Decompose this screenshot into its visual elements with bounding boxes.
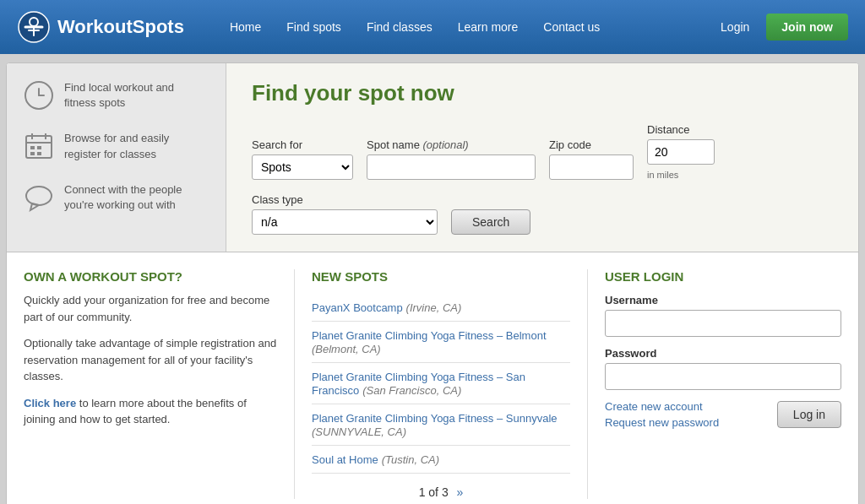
- main-nav: Home Find spots Find classes Learn more …: [218, 15, 710, 39]
- nav-find-classes[interactable]: Find classes: [355, 15, 444, 39]
- chat-icon: [24, 182, 54, 213]
- main-container: Find local workout and fitness spots Bro…: [6, 62, 859, 504]
- search-area: Find your spot now Search for Spots Clas…: [226, 63, 858, 252]
- svg-point-16: [26, 187, 52, 205]
- new-spots-title: NEW SPOTS: [312, 269, 570, 284]
- nav-learn-more[interactable]: Learn more: [446, 15, 530, 39]
- clock-icon: [24, 80, 54, 111]
- class-type-group: Class type n/a Yoga Pilates CrossFit Spi…: [252, 193, 438, 235]
- distance-label: Distance: [647, 123, 715, 136]
- feature-text-3: Connect with the people you're working o…: [64, 182, 209, 213]
- feature-item-2: Browse for and easily register for class…: [24, 131, 209, 161]
- user-login-title: USER LOGIN: [605, 269, 841, 284]
- bottom-section: OWN A WORKOUT SPOT? Quickly add your org…: [7, 252, 858, 504]
- pagination-next-button[interactable]: »: [457, 485, 464, 499]
- password-input[interactable]: [605, 363, 841, 390]
- own-spot-cta: Click here to learn more about the benef…: [24, 395, 277, 428]
- own-spot-paragraph-1: Quickly add your organization for free a…: [24, 292, 277, 325]
- search-for-label: Search for: [252, 138, 353, 151]
- spot-link[interactable]: Planet Granite Climbing Yoga Fitness – B…: [312, 329, 547, 342]
- pagination-text: 1 of 3: [419, 485, 452, 499]
- feature-text-1: Find local workout and fitness spots: [64, 80, 209, 111]
- class-type-select[interactable]: n/a Yoga Pilates CrossFit Spinning: [252, 209, 438, 235]
- search-title: Find your spot now: [252, 80, 833, 106]
- click-here-link[interactable]: Click here: [24, 397, 76, 409]
- search-row-2: Class type n/a Yoga Pilates CrossFit Spi…: [252, 193, 833, 235]
- search-for-group: Search for Spots Classes Trainers: [252, 138, 353, 180]
- miles-label: in miles: [647, 170, 715, 180]
- logo-area: WorkoutSpots: [17, 10, 184, 44]
- features-sidebar: Find local workout and fitness spots Bro…: [7, 63, 226, 252]
- spot-name-label: Spot name (optional): [367, 138, 536, 151]
- new-spots-section: NEW SPOTS PayanX Bootcamp (Irvine, CA)Pl…: [294, 269, 588, 499]
- username-group: Username: [605, 294, 841, 337]
- list-item: Soul at Home (Tustin, CA): [312, 446, 570, 474]
- zip-code-input[interactable]: [549, 154, 634, 180]
- distance-input[interactable]: 20: [647, 139, 715, 165]
- login-links: Create new account Request new password: [605, 400, 719, 429]
- username-label: Username: [605, 294, 841, 306]
- nav-contact-us[interactable]: Contact us: [531, 15, 612, 39]
- nav-home[interactable]: Home: [218, 15, 273, 39]
- svg-marker-17: [30, 203, 39, 210]
- spot-name-group: Spot name (optional): [367, 138, 536, 180]
- nav-find-spots[interactable]: Find spots: [275, 15, 353, 39]
- password-group: Password: [605, 347, 841, 390]
- svg-rect-13: [37, 146, 41, 149]
- spot-link[interactable]: PayanX Bootcamp: [312, 301, 403, 314]
- logo-text: WorkoutSpots: [57, 16, 184, 38]
- logo-icon: [17, 10, 51, 44]
- list-item: Planet Granite Climbing Yoga Fitness – B…: [312, 322, 570, 363]
- spot-name-input[interactable]: [367, 154, 536, 180]
- svg-rect-12: [30, 146, 35, 149]
- spot-location: (San Francisco, CA): [362, 384, 461, 397]
- create-account-link[interactable]: Create new account: [605, 400, 719, 413]
- search-button[interactable]: Search: [451, 209, 530, 235]
- header-right: Login Join now: [710, 14, 848, 41]
- header: WorkoutSpots Home Find spots Find classe…: [0, 0, 865, 54]
- list-item: Planet Granite Climbing Yoga Fitness – S…: [312, 363, 570, 404]
- zip-code-group: Zip code: [549, 138, 634, 180]
- feature-item-3: Connect with the people you're working o…: [24, 182, 209, 213]
- username-input[interactable]: [605, 310, 841, 337]
- list-item: PayanX Bootcamp (Irvine, CA): [312, 294, 570, 322]
- feature-text-2: Browse for and easily register for class…: [64, 131, 209, 161]
- svg-rect-15: [37, 152, 41, 155]
- svg-rect-14: [30, 152, 35, 155]
- login-actions: Create new account Request new password …: [605, 400, 841, 429]
- spot-location: (SUNNYVALE, CA): [312, 425, 406, 438]
- search-for-select[interactable]: Spots Classes Trainers: [252, 154, 353, 180]
- calendar-icon: [24, 131, 54, 161]
- pagination: 1 of 3 »: [312, 485, 570, 499]
- feature-item-1: Find local workout and fitness spots: [24, 80, 209, 111]
- request-password-link[interactable]: Request new password: [605, 416, 719, 429]
- own-spot-title: OWN A WORKOUT SPOT?: [24, 269, 277, 284]
- own-spot-section: OWN A WORKOUT SPOT? Quickly add your org…: [24, 269, 277, 499]
- spots-list: PayanX Bootcamp (Irvine, CA)Planet Grani…: [312, 294, 570, 474]
- log-in-button[interactable]: Log in: [777, 401, 841, 428]
- zip-code-label: Zip code: [549, 138, 634, 151]
- password-label: Password: [605, 347, 841, 360]
- list-item: Planet Granite Climbing Yoga Fitness – S…: [312, 404, 570, 446]
- spot-link[interactable]: Soul at Home: [312, 453, 378, 466]
- search-row-1: Search for Spots Classes Trainers Spot n…: [252, 123, 833, 180]
- spot-location: (Belmont, CA): [312, 343, 381, 355]
- join-now-button[interactable]: Join now: [766, 14, 848, 41]
- distance-group: Distance 20 in miles: [647, 123, 715, 180]
- own-spot-paragraph-2: Optionally take advantage of simple regi…: [24, 335, 277, 385]
- class-type-label: Class type: [252, 193, 438, 206]
- login-link[interactable]: Login: [710, 15, 759, 39]
- spot-link[interactable]: Planet Granite Climbing Yoga Fitness – S…: [312, 412, 558, 425]
- user-login-section: USER LOGIN Username Password Create new …: [605, 269, 841, 499]
- search-form: Search for Spots Classes Trainers Spot n…: [252, 123, 833, 235]
- spot-location: (Tustin, CA): [382, 453, 439, 466]
- top-section: Find local workout and fitness spots Bro…: [7, 63, 858, 252]
- spot-location: (Irvine, CA): [406, 301, 462, 314]
